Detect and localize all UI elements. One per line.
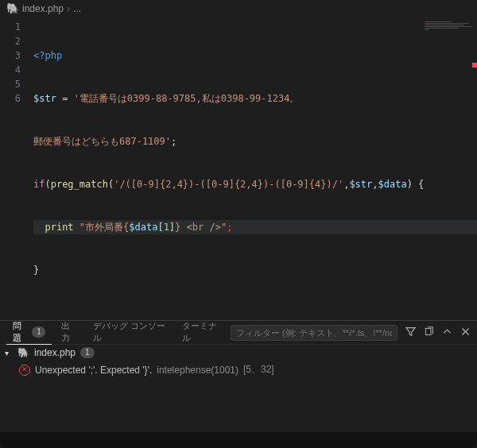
php-file-icon: 🐘	[6, 2, 19, 14]
code-line[interactable]: }	[33, 263, 477, 277]
tab-output-label: 出力	[61, 320, 77, 344]
tab-terminal[interactable]: ターミナル	[176, 321, 227, 345]
error-marker[interactable]	[472, 63, 477, 68]
filter-icon[interactable]	[405, 326, 416, 339]
problem-file-count-badge: 1	[80, 347, 95, 358]
problems-list[interactable]: ▾ 🐘 index.php 1 ✕ Unexpected ';'. Expect…	[0, 345, 477, 432]
bottom-panel: 問題 1 出力 デバッグ コンソール ターミナル	[0, 320, 477, 448]
chevron-right-icon: ›	[67, 3, 70, 14]
close-icon[interactable]	[460, 326, 471, 339]
problem-item[interactable]: ✕ Unexpected ';'. Expected '}'. inteleph…	[0, 361, 477, 379]
code-line[interactable]: if(preg_match('/([0-9]{2,4})-([0-9]{2,4}…	[33, 177, 477, 191]
problems-count-badge: 1	[32, 326, 45, 338]
breadcrumb-file[interactable]: index.php	[22, 3, 64, 14]
tab-output[interactable]: 出力	[55, 321, 83, 345]
line-number: 2	[0, 34, 21, 48]
minimap[interactable]	[425, 21, 474, 33]
line-number: 5	[0, 77, 21, 91]
line-number-gutter: 1 2 3 4 5 6	[0, 17, 27, 320]
code-line[interactable]: <?php	[33, 48, 477, 63]
tab-problems-label: 問題	[13, 320, 27, 344]
svg-rect-0	[425, 328, 431, 334]
panel-bottom-strip	[0, 432, 477, 448]
panel-tab-bar: 問題 1 出力 デバッグ コンソール ターミナル	[0, 321, 477, 345]
line-number: 3	[0, 48, 21, 63]
tab-debug-label: デバッグ コンソール	[93, 320, 166, 344]
panel-actions	[231, 325, 471, 341]
tab-debug-console[interactable]: デバッグ コンソール	[87, 321, 173, 345]
chevron-down-icon[interactable]: ▾	[5, 349, 13, 357]
code-line[interactable]: $str = '電話番号は0399-88-9785,私は0398-99-1234…	[33, 91, 477, 106]
problem-file-row[interactable]: ▾ 🐘 index.php 1	[0, 345, 477, 361]
error-icon: ✕	[19, 365, 30, 376]
overview-ruler[interactable]	[472, 17, 477, 320]
problem-location: [5、32]	[243, 363, 274, 377]
tab-terminal-label: ターミナル	[182, 320, 221, 344]
problem-message: Unexpected ';'. Expected '}'.	[35, 365, 152, 376]
line-number: 6	[0, 91, 21, 106]
line-number: 4	[0, 63, 21, 77]
code-line[interactable]: 郵便番号はどちらも687-1109';	[33, 134, 477, 149]
breadcrumb-ellipsis[interactable]: ...	[73, 3, 81, 14]
chevron-up-icon[interactable]	[442, 326, 452, 339]
problems-filter-input[interactable]	[231, 325, 398, 341]
copy-icon[interactable]	[424, 326, 434, 339]
breadcrumb[interactable]: 🐘 index.php › ...	[0, 0, 477, 17]
code-area[interactable]: <?php $str = '電話番号は0399-88-9785,私は0398-9…	[27, 17, 477, 320]
php-file-icon: 🐘	[17, 347, 29, 358]
tab-problems[interactable]: 問題 1	[6, 321, 52, 345]
line-number: 1	[0, 20, 21, 34]
code-line[interactable]: print "市外局番{$data[1]} <br />";	[33, 220, 477, 234]
problem-source: intelephense(1001)	[157, 365, 238, 376]
problem-file-name: index.php	[34, 347, 76, 358]
code-editor[interactable]: 1 2 3 4 5 6 <?php $str = '電話番号は0399-88-9…	[0, 17, 477, 320]
